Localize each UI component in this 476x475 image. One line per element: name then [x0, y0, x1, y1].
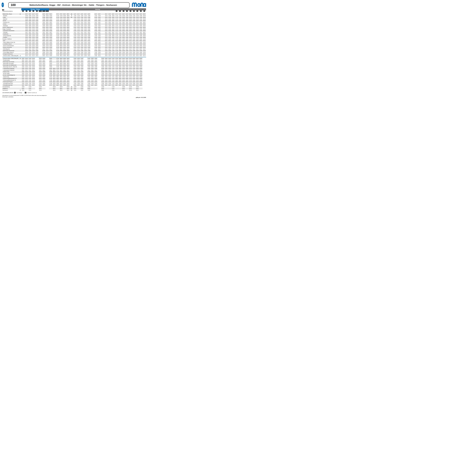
time-cell: 12.56	[80, 30, 84, 32]
time-cell: 21.10	[129, 53, 132, 55]
time-cell: 18.53	[122, 25, 125, 27]
time-cell: 08.19	[63, 18, 66, 20]
time-cell: 13.49	[87, 18, 90, 20]
time-cell: 23.58	[139, 33, 142, 35]
time-cell: 14.50	[94, 58, 98, 59]
time-cell: 12.20	[73, 58, 77, 59]
service-note-badge: HS	[140, 11, 142, 12]
time-cell: 22.01	[32, 40, 35, 42]
time-cell: 12.48	[80, 16, 84, 18]
time-cell: 08.02	[59, 42, 63, 43]
time-cell: 12.21	[77, 22, 80, 23]
time-cell: 08.52	[66, 23, 70, 25]
time-cell: 14.56	[94, 68, 98, 69]
time-cell: 07.48	[59, 15, 63, 17]
time-cell: 22.57	[136, 32, 139, 33]
empty-cell	[52, 63, 56, 65]
time-cell: 00.51	[46, 22, 49, 23]
time-cell: 22.27	[32, 69, 35, 71]
empty-cell	[91, 35, 94, 37]
time-cell: 08.50	[66, 20, 70, 22]
empty-cell	[46, 59, 49, 61]
time-cell: 15.37	[101, 84, 104, 86]
empty-cell	[143, 69, 146, 71]
time-cell: 13.34	[80, 81, 84, 83]
time-cell: 22.49	[136, 18, 139, 20]
time-cell: 06.24	[49, 27, 52, 28]
time-cell: 19.21	[21, 61, 25, 63]
time-cell: 14.29	[87, 73, 90, 74]
empty-cell	[118, 89, 122, 91]
time-cell: 13.17	[84, 13, 87, 15]
time-cell: 22.27	[132, 69, 136, 71]
empty-cell	[91, 48, 94, 50]
time-cell: 08.25	[63, 28, 66, 30]
time-cell: 15.19	[104, 18, 108, 20]
empty-cell	[70, 51, 73, 53]
empty-cell	[70, 58, 73, 59]
time-cell: 06.32	[49, 43, 52, 45]
empty-cell	[52, 43, 56, 45]
time-cell: 09.21	[66, 59, 70, 61]
empty-cell	[70, 42, 73, 43]
service-note-badge: HS	[143, 11, 145, 12]
time-cell: 16.03	[108, 45, 111, 47]
empty-cell	[46, 71, 49, 73]
time-cell: 23.00	[35, 38, 39, 40]
time-cell: 20.56	[129, 30, 132, 32]
time-cell: 19.26	[21, 68, 25, 69]
time-cell: 13.58	[87, 33, 90, 35]
empty-cell	[35, 64, 39, 66]
time-cell: 17.34	[111, 81, 115, 83]
time-cell: 17.33	[111, 79, 115, 81]
time-cell: 09.34	[66, 81, 70, 83]
empty-cell	[42, 88, 46, 89]
time-cell: 09.02	[63, 78, 66, 79]
time-cell: 21.00	[28, 38, 32, 40]
empty-cell	[125, 86, 129, 88]
empty-cell	[108, 86, 111, 88]
time-cell: 08.56	[66, 30, 70, 32]
time-cell: 21.58	[32, 33, 35, 35]
time-cell: 08.04	[56, 81, 59, 83]
empty-cell	[84, 61, 87, 63]
time-cell: 14.10	[87, 53, 90, 55]
time-cell: 23.01	[136, 40, 139, 42]
empty-cell	[98, 73, 101, 74]
time-cell: 06.33	[49, 45, 52, 47]
time-cell: 18.01	[118, 40, 122, 42]
time-cell: 14.33	[94, 45, 98, 47]
time-cell: 13.24	[84, 27, 87, 28]
time-cell: 14.37	[87, 84, 90, 86]
empty-cell	[84, 73, 87, 74]
time-cell: 15.37	[104, 48, 108, 50]
empty-cell	[21, 27, 25, 28]
time-cell: 23.48	[139, 15, 142, 17]
time-cell: 21.03	[129, 45, 132, 47]
time-cell: 14.21	[87, 61, 90, 63]
time-cell: 18.48	[122, 16, 125, 18]
time-cell: 13.54	[87, 27, 90, 28]
empty-cell	[98, 84, 101, 86]
time-cell: 23.10	[35, 53, 39, 55]
time-cell: 13.37	[84, 48, 87, 50]
time-cell: 18.57	[122, 32, 125, 33]
empty-cell	[70, 38, 73, 40]
time-cell: 21.01	[28, 40, 32, 42]
time-cell: 18.07	[118, 48, 122, 50]
time-cell: 07.04	[49, 81, 52, 83]
time-cell: 19.47	[25, 13, 28, 15]
time-cell: 16.51	[111, 22, 115, 23]
time-cell: 07.53	[59, 25, 63, 27]
time-cell: 14.28	[94, 33, 98, 35]
time-cell: 20.27	[25, 69, 28, 71]
empty-cell	[21, 50, 25, 51]
time-cell: 16.07	[104, 84, 108, 86]
badge-fr: Fr	[39, 11, 40, 12]
time-cell: 20.52	[28, 23, 32, 25]
time-cell: 06.29	[52, 73, 56, 74]
time-cell: 20.02	[25, 43, 28, 45]
empty-cell	[46, 63, 49, 65]
time-cell: 08.10	[59, 53, 63, 55]
time-cell: 17.00	[111, 38, 115, 40]
